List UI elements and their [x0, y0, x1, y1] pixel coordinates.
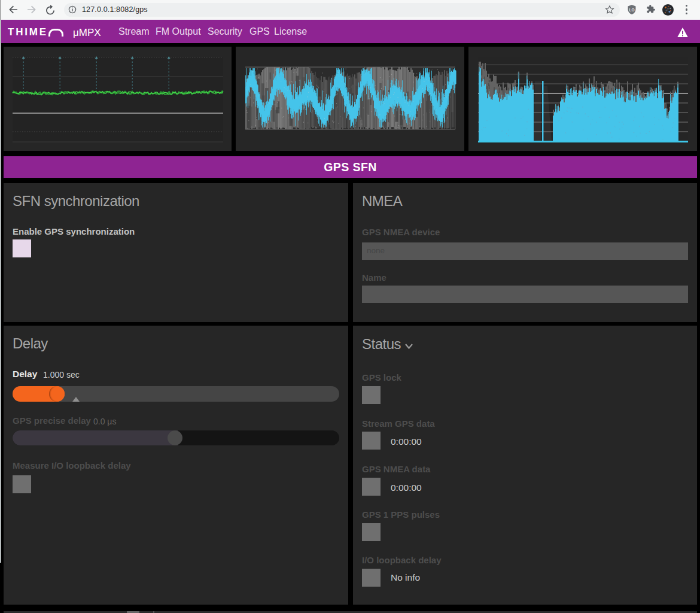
svg-text:LO: LO [629, 8, 634, 12]
